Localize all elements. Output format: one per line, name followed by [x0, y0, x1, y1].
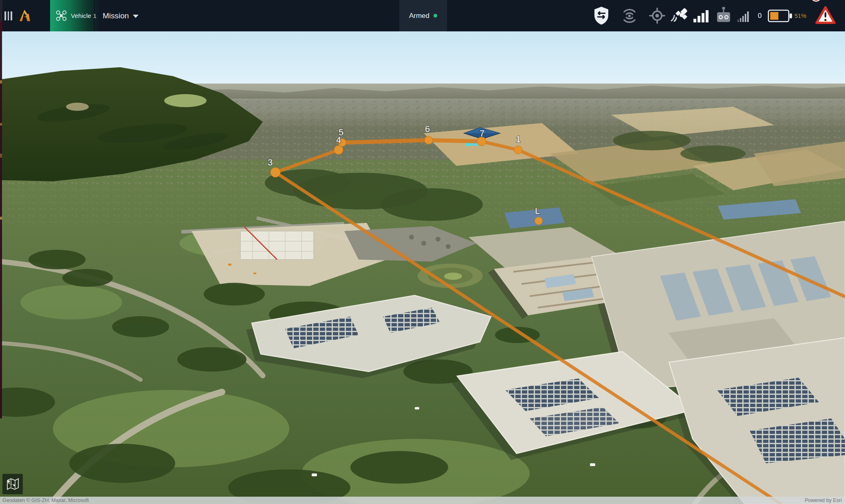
divider — [94, 0, 95, 31]
vehicle-selector[interactable]: Vehicle 1 — [50, 0, 100, 31]
armed-status[interactable]: Armed — [399, 0, 447, 31]
warning-triangle-icon — [815, 5, 836, 25]
rc-status[interactable] — [715, 0, 732, 31]
map-attribution-bar: Geodaten © GIS-ZH, Maxar, Microsoft Powe… — [0, 497, 845, 504]
folded-map-icon — [5, 477, 20, 491]
terrain-canvas[interactable]: 134567L — [0, 31, 845, 504]
mission-path-line — [429, 140, 482, 141]
drone-icon — [56, 10, 67, 21]
safety-shield-button[interactable] — [593, 0, 610, 31]
chevron-down-icon — [133, 15, 139, 18]
left-edge-strip — [0, 0, 2, 31]
telemetry-signal-icon — [621, 6, 638, 25]
waypoint-marker-4[interactable] — [334, 145, 343, 154]
top-bar: Vehicle 1 Mission Armed — [0, 0, 845, 31]
waypoint-marker-1[interactable] — [514, 146, 522, 154]
thin-signal-bars-icon — [737, 9, 751, 23]
auterion-logo-icon — [19, 9, 31, 22]
gps-lock-button[interactable] — [649, 0, 666, 31]
rc-controller-icon — [715, 6, 732, 26]
waypoint-marker-7[interactable] — [477, 137, 486, 146]
vehicle-label: Vehicle 1 — [71, 12, 97, 19]
waypoint-marker-L[interactable] — [535, 217, 543, 225]
status-cluster: 0 51% 14 — [584, 0, 845, 31]
gnss-status[interactable] — [671, 0, 693, 31]
waypoint-marker-6[interactable] — [425, 136, 433, 144]
gps-crosshair-icon — [649, 6, 666, 25]
map-mode-button[interactable] — [2, 474, 23, 494]
battery-status[interactable] — [768, 0, 793, 31]
map-attribution-text: Geodaten © GIS-ZH, Maxar, Microsoft — [2, 497, 89, 503]
rc-signal-strength — [737, 0, 751, 31]
waypoint-marker-3[interactable] — [271, 167, 280, 177]
mission-menu-label: Mission — [103, 11, 129, 20]
waypoint-marker-5[interactable] — [339, 139, 346, 147]
mission-menu[interactable]: Mission — [103, 0, 139, 31]
mission-path-line — [342, 140, 429, 143]
alert-count-badge: 14 — [811, 0, 821, 2]
battery-percent-label: 51% — [794, 0, 806, 31]
menu-button[interactable] — [4, 11, 15, 21]
armed-status-label: Armed — [409, 12, 429, 20]
alerts-button[interactable]: 14 — [815, 0, 836, 31]
battery-icon — [768, 9, 793, 23]
shield-icon — [593, 6, 610, 25]
counter-value: 0 — [758, 0, 761, 31]
app-logo — [19, 9, 31, 22]
telemetry-link-button[interactable] — [621, 0, 638, 31]
gnss-signal-strength — [693, 0, 711, 31]
signal-bars-icon — [693, 9, 711, 23]
esri-credit-text: Powered by Esri — [805, 497, 842, 503]
gcs-app: { "topbar": { "vehicle_label": "Vehicle … — [0, 0, 845, 504]
satellite-icon — [671, 5, 693, 26]
armed-indicator-dot — [434, 14, 437, 18]
map-3d-view[interactable]: 134567L Geodaten © GIS-ZH, Maxar, Micros… — [0, 31, 845, 504]
